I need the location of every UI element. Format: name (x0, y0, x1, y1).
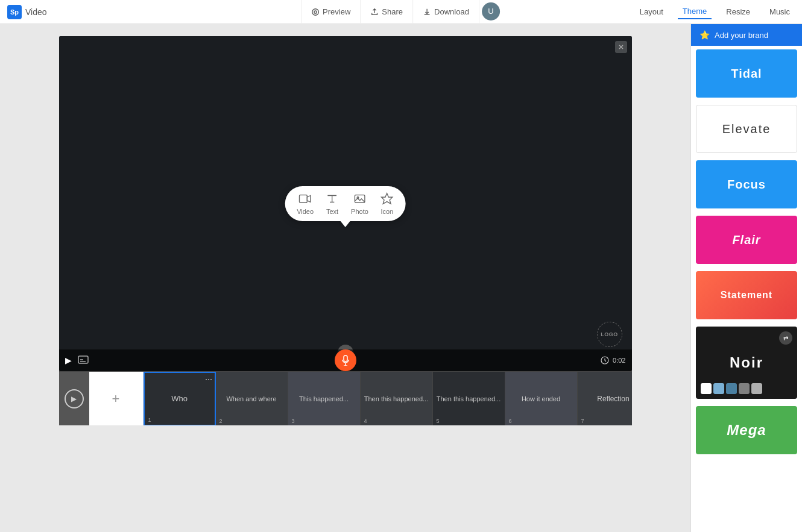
canvas-area: Video Text Photo (0, 24, 690, 532)
panel-header: ⭐ Add your brand (691, 24, 802, 46)
right-panel: ⭐ Add your brand Tidal Elevate Focus Fla… (690, 24, 802, 532)
slide-2-label: When and where (223, 395, 279, 402)
slide-3-content: This happened... (288, 372, 360, 426)
controls-center (335, 349, 356, 371)
swatch-5[interactable] (751, 383, 762, 394)
controls-right: 0:02 (601, 356, 625, 365)
tidal-label: Tidal (731, 67, 762, 81)
play-button[interactable]: ▶ (65, 355, 72, 365)
slide-3[interactable]: This happened... 3 (288, 372, 361, 426)
time-display: 0:02 (613, 357, 625, 364)
slide-3-label: This happened... (296, 395, 352, 402)
preview-button[interactable]: Preview (301, 0, 361, 24)
logo-text: Sp (10, 8, 19, 16)
slide-1-menu[interactable]: ⋯ (205, 375, 212, 384)
avatar[interactable]: U (482, 2, 500, 20)
icon-tool-label: Icon (380, 208, 393, 215)
svg-point-0 (312, 8, 319, 15)
toolbar-icon[interactable]: Icon (380, 192, 394, 215)
user-avatar[interactable]: U (482, 2, 501, 22)
slide-7-label: Reflection (597, 395, 629, 403)
elevate-label: Elevate (722, 122, 771, 136)
nav-music[interactable]: Music (765, 5, 795, 19)
slide-6[interactable]: How it ended 6 (505, 372, 578, 426)
slide-2-num: 2 (219, 418, 223, 424)
focus-label: Focus (727, 178, 766, 192)
theme-elevate[interactable]: Elevate (696, 105, 797, 153)
toolbar-text[interactable]: Text (326, 192, 339, 215)
statement-label: Statement (721, 290, 772, 301)
theme-statement[interactable]: Statement (696, 271, 797, 319)
swatch-2[interactable] (713, 383, 724, 394)
slide-5[interactable]: Then this happened... 5 (433, 372, 505, 426)
slide-4-label: Then this happened... (361, 395, 431, 402)
slide-2[interactable]: When and where 2 (216, 372, 288, 426)
slide-1-content: Who (145, 373, 215, 425)
share-icon (370, 8, 379, 16)
theme-noir[interactable]: Noir ⇄ (696, 327, 797, 399)
header-nav: Layout Theme Resize Music (635, 4, 795, 19)
svg-point-1 (314, 10, 317, 13)
preview-label: Preview (323, 7, 350, 16)
nav-theme[interactable]: Theme (678, 4, 712, 19)
nav-resize[interactable]: Resize (721, 5, 755, 19)
video-controls-bar: ▶ (59, 349, 632, 371)
slide-7[interactable]: Reflection 7 (578, 372, 632, 426)
theme-flair[interactable]: Flair (696, 216, 797, 264)
slide-5-label: Then this happened... (434, 395, 504, 402)
controls-left: ▶ (65, 355, 89, 366)
header: Sp Video Preview Share Download U Layout (0, 0, 802, 24)
slide-6-content: How it ended (505, 372, 577, 426)
filmstrip-play-button[interactable]: ▶ (65, 389, 84, 408)
header-logo: Sp Video (7, 5, 47, 19)
swatch-3[interactable] (726, 383, 737, 394)
star-badge-icon: ⭐ (699, 30, 710, 40)
slide-4[interactable]: Then this happened... 4 (361, 372, 433, 426)
theme-mega[interactable]: Mega (696, 406, 797, 454)
filmstrip-add-button[interactable]: + (89, 372, 144, 426)
logo-placeholder[interactable]: LOGO (597, 322, 622, 347)
swatch-4[interactable] (739, 383, 750, 394)
noir-swatches (701, 383, 762, 394)
video-tool-label: Video (297, 208, 314, 215)
toolbar-photo[interactable]: Photo (351, 192, 368, 215)
theme-tidal[interactable]: Tidal (696, 49, 797, 98)
slide-6-num: 6 (509, 418, 512, 424)
video-icon (298, 192, 312, 205)
svg-rect-7 (344, 355, 347, 361)
slide-5-num: 5 (437, 418, 440, 424)
nav-layout[interactable]: Layout (635, 5, 668, 19)
swatch-1[interactable] (701, 383, 712, 394)
slide-1[interactable]: Who 1 ⋯ (144, 372, 216, 426)
photo-tool-label: Photo (351, 208, 368, 215)
download-button[interactable]: Download (413, 0, 479, 24)
slide-5-content: Then this happened... (433, 372, 505, 426)
clock-icon (601, 356, 609, 365)
caption-button[interactable] (78, 355, 89, 366)
toolbar-video[interactable]: Video (297, 192, 314, 215)
add-toolbar: Video Text Photo (285, 186, 406, 221)
flair-label: Flair (732, 233, 760, 247)
filmstrip-play-area: ▶ (59, 372, 89, 426)
slide-6-label: How it ended (519, 395, 563, 402)
slide-4-num: 4 (364, 418, 367, 424)
panel-header-label: Add your brand (715, 31, 768, 40)
svg-rect-3 (355, 195, 365, 203)
download-label: Download (434, 7, 469, 16)
slide-3-num: 3 (292, 418, 295, 424)
main-area: Video Text Photo (0, 24, 802, 532)
text-tool-label: Text (326, 208, 338, 215)
close-canvas-icon[interactable] (615, 41, 627, 53)
app-title: Video (25, 7, 47, 17)
share-button[interactable]: Share (361, 0, 413, 24)
slide-1-num: 1 (148, 417, 151, 423)
star-icon (380, 192, 394, 205)
shuffle-icon[interactable]: ⇄ (779, 331, 792, 345)
video-canvas[interactable]: Video Text Photo (59, 36, 632, 371)
share-label: Share (382, 7, 403, 16)
download-icon (423, 8, 431, 16)
theme-focus[interactable]: Focus (696, 160, 797, 208)
mic-button[interactable] (335, 349, 356, 371)
slide-7-content: Reflection (578, 372, 632, 426)
logo-icon: Sp (7, 5, 22, 19)
